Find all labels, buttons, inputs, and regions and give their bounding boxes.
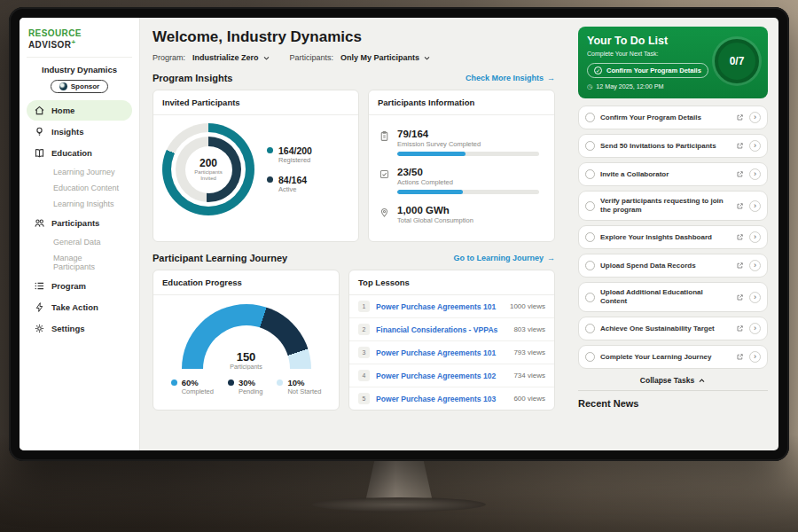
- chevron-right-icon[interactable]: ›: [749, 168, 761, 180]
- sidebar-item-label: Insights: [51, 127, 83, 137]
- external-link-icon: [736, 325, 744, 332]
- sidebar-item-home[interactable]: Home: [27, 100, 132, 121]
- legend-dot: [277, 379, 283, 386]
- education-progress-card: Education Progress 150 Participants: [153, 270, 340, 411]
- lesson-link[interactable]: Financial Considerations - VPPAs: [376, 325, 507, 334]
- task-checkbox[interactable]: [585, 141, 595, 151]
- lesson-link[interactable]: Power Purchase Agreements 101: [376, 302, 504, 311]
- program-select[interactable]: Industrialize Zero: [192, 53, 270, 62]
- sidebar-item-label: Take Action: [51, 302, 98, 312]
- task-checkbox[interactable]: [585, 113, 595, 122]
- clipboard-icon: [378, 129, 390, 156]
- sidebar-item-settings[interactable]: Settings: [27, 318, 132, 339]
- external-link-icon: [736, 293, 744, 301]
- sidebar: RESOURCE ADVISOR+ Industry Dynamics Spon…: [20, 18, 140, 450]
- task-row-verify-participants[interactable]: Verify participants requesting to join t…: [578, 191, 768, 221]
- sidebar-item-general-data[interactable]: General Data: [27, 234, 132, 250]
- progress-bar: [397, 190, 539, 194]
- chevron-right-icon[interactable]: ›: [749, 323, 761, 334]
- legend-dot: [228, 379, 234, 386]
- sidebar-item-label: Home: [51, 106, 74, 115]
- monitor-bezel: RESOURCE ADVISOR+ Industry Dynamics Spon…: [9, 7, 789, 461]
- sidebar-item-insights[interactable]: Insights: [27, 121, 132, 142]
- check-more-insights-link[interactable]: Check More Insights →: [466, 74, 555, 82]
- go-to-learning-journey-link[interactable]: Go to Learning Journey →: [453, 254, 555, 262]
- monitor-stand-base: [312, 497, 486, 512]
- recent-news-title: Recent News: [578, 390, 768, 409]
- sidebar-item-program[interactable]: Program: [27, 276, 132, 296]
- participants-select[interactable]: Only My Participants: [340, 53, 431, 62]
- stat-row-consumption: 1,000 GWh Total Global Consumption: [378, 200, 545, 233]
- task-row-complete-learning-journey[interactable]: Complete Your Learning Journey ›: [578, 345, 768, 369]
- invited-legend: 164/200 Registered 84/164 Active: [267, 145, 312, 193]
- todo-progress-ring: 0/7: [715, 39, 759, 83]
- insights-cards-row: Invited Participants 200 Participants In…: [153, 90, 555, 242]
- task-row-upload-spend-data[interactable]: Upload Spend Data Records ›: [578, 254, 768, 278]
- sidebar-item-education[interactable]: Education: [27, 143, 132, 163]
- lesson-list: 1 Power Purchase Agreements 101 1000 vie…: [349, 295, 554, 410]
- task-row-send-invitations[interactable]: Send 50 Invitations to Participants ›: [578, 134, 768, 158]
- chevron-right-icon[interactable]: ›: [749, 260, 761, 271]
- list-icon: [34, 280, 45, 292]
- lesson-row: 1 Power Purchase Agreements 101 1000 vie…: [349, 295, 554, 318]
- home-icon: [34, 105, 45, 116]
- chevron-right-icon[interactable]: ›: [749, 351, 761, 363]
- participants-information-card: Participants Information 79/164 Emission…: [368, 90, 555, 242]
- brand-secondary: ADVISOR: [28, 40, 71, 50]
- task-row-upload-educational-content[interactable]: Upload Additional Educational Content ›: [578, 282, 768, 312]
- lesson-row: 5 Power Purchase Agreements 103 600 view…: [349, 387, 554, 410]
- lesson-link[interactable]: Power Purchase Agreements 103: [376, 395, 507, 403]
- next-task-pill[interactable]: ✓ Confirm Your Program Details: [587, 63, 708, 78]
- sidebar-item-participants[interactable]: Participants: [27, 213, 132, 233]
- sidebar-item-education-content[interactable]: Education Content: [27, 180, 132, 196]
- card-title: Invited Participants: [153, 90, 358, 115]
- chevron-down-icon: [423, 54, 431, 62]
- external-link-icon: [736, 113, 744, 121]
- chevron-right-icon[interactable]: ›: [749, 292, 761, 303]
- chevron-right-icon[interactable]: ›: [749, 231, 761, 243]
- bolt-icon: [34, 301, 45, 313]
- participants-filter-label: Participants:: [290, 53, 334, 62]
- lesson-row: 2 Financial Considerations - VPPAs 803 v…: [349, 318, 554, 341]
- sidebar-item-label: Program: [51, 281, 86, 291]
- task-row-achieve-target[interactable]: Achieve One Sustainability Target ›: [578, 317, 768, 340]
- invited-donut-outer: 200 Participants Invited: [162, 123, 254, 215]
- lesson-link[interactable]: Power Purchase Agreements 101: [376, 348, 507, 357]
- monitor-stand: [365, 459, 433, 502]
- task-checkbox[interactable]: [585, 169, 595, 179]
- stat-row-actions: 23/50 Actions Completed: [378, 161, 545, 200]
- task-row-invite-collaborator[interactable]: Invite a Collaborator ›: [578, 162, 768, 186]
- card-title: Participants Information: [369, 90, 554, 115]
- legend-dot: [267, 176, 273, 183]
- lesson-link[interactable]: Power Purchase Agreements 102: [376, 372, 507, 380]
- collapse-tasks-link[interactable]: Collapse Tasks: [578, 376, 768, 385]
- task-checkbox[interactable]: [585, 293, 595, 302]
- sidebar-item-learning-journey[interactable]: Learning Journey: [27, 164, 132, 180]
- sidebar-item-manage-participants[interactable]: Manage Participants: [27, 250, 132, 275]
- task-checkbox[interactable]: [585, 352, 595, 362]
- people-icon: [34, 217, 45, 229]
- task-checkbox[interactable]: [585, 324, 595, 333]
- legend-dot: [267, 147, 273, 153]
- main-content: Welcome, Industry Dynamics Program: Indu…: [140, 18, 567, 450]
- card-title: Top Lessons: [349, 270, 554, 295]
- task-checkbox[interactable]: [585, 232, 595, 242]
- chevron-right-icon[interactable]: ›: [749, 140, 761, 152]
- task-checkbox[interactable]: [585, 261, 595, 270]
- chevron-right-icon[interactable]: ›: [749, 112, 761, 123]
- check-square-icon: [378, 167, 390, 194]
- sponsor-badge[interactable]: Sponsor: [51, 80, 108, 93]
- chevron-right-icon[interactable]: ›: [749, 200, 761, 212]
- photo-background: RESOURCE ADVISOR+ Industry Dynamics Spon…: [0, 0, 798, 532]
- sidebar-item-take-action[interactable]: Take Action: [27, 297, 132, 317]
- task-row-explore-insights[interactable]: Explore Your Insights Dashboard ›: [578, 225, 768, 249]
- task-checkbox[interactable]: [585, 201, 595, 211]
- external-link-icon: [736, 170, 744, 178]
- progress-fill-0: [397, 152, 466, 156]
- progress-fill-1: [397, 190, 463, 194]
- section-title: Program Insights: [153, 73, 232, 83]
- task-row-confirm-program[interactable]: Confirm Your Program Details ›: [578, 106, 768, 129]
- invited-donut-inner: 200 Participants Invited: [176, 137, 241, 202]
- legend-item-registered: 164/200 Registered: [267, 145, 312, 164]
- sidebar-item-learning-insights[interactable]: Learning Insights: [27, 196, 132, 212]
